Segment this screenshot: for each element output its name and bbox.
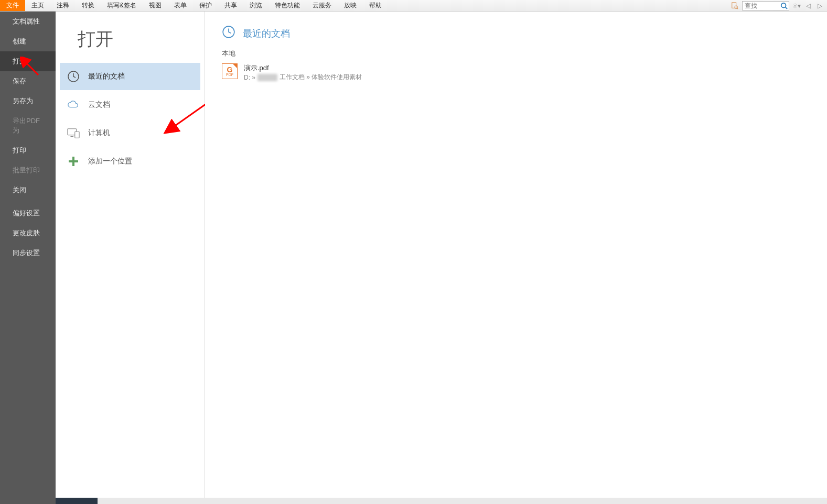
file-meta: 演示.pdf D: » ████ 工作文档 » 体验软件使用素材 — [244, 63, 362, 82]
location-recent[interactable]: 最近的文档 — [60, 63, 200, 90]
menu-home[interactable]: 主页 — [25, 0, 50, 11]
menu-convert[interactable]: 转换 — [76, 0, 101, 11]
svg-rect-9 — [75, 132, 79, 138]
menu-view[interactable]: 视图 — [143, 0, 168, 11]
sidebar-item-batchprint[interactable]: 批量打印 — [0, 160, 56, 180]
pdf-file-icon: G PDF — [222, 63, 238, 79]
computer-icon — [67, 127, 80, 139]
svg-rect-0 — [732, 2, 736, 8]
location-label: 添加一个位置 — [88, 157, 132, 166]
menu-slideshow[interactable]: 放映 — [338, 0, 363, 11]
clock-icon — [67, 70, 80, 83]
sidebar-item-close[interactable]: 关闭 — [0, 180, 56, 200]
recent-header: 最近的文档 — [222, 25, 827, 41]
menu-cloud[interactable]: 云服务 — [306, 0, 338, 11]
svg-line-2 — [737, 8, 738, 9]
section-local-label: 本地 — [222, 49, 827, 58]
gear-icon[interactable]: ▾ — [792, 2, 801, 10]
svg-point-5 — [794, 5, 796, 6]
sidebar-item-preferences[interactable]: 偏好设置 — [0, 203, 56, 223]
menu-help[interactable]: 帮助 — [363, 0, 388, 11]
sidebar-item-print[interactable]: 打印 — [0, 140, 56, 160]
open-locations-panel: 打开 最近的文档 云文档 计算机 — [56, 12, 205, 504]
sidebar-item-saveas[interactable]: 另存为 — [0, 91, 56, 111]
menu-form[interactable]: 表单 — [168, 0, 193, 11]
cloud-icon — [67, 98, 80, 111]
sidebar-item-properties[interactable]: 文档属性 — [0, 12, 56, 31]
clock-icon — [222, 25, 235, 41]
location-cloud[interactable]: 云文档 — [60, 91, 200, 118]
search-icon[interactable] — [779, 2, 789, 10]
sidebar-item-exportpdf[interactable]: 导出PDF为 — [0, 111, 56, 140]
menubar-right: ▾ ◁ ▷ — [731, 0, 827, 11]
sidebar-item-create[interactable]: 创建 — [0, 31, 56, 51]
sidebar-item-skin[interactable]: 更改皮肤 — [0, 223, 56, 243]
file-path: D: » ████ 工作文档 » 体验软件使用素材 — [244, 73, 362, 82]
svg-rect-12 — [69, 160, 78, 162]
plus-icon — [67, 155, 80, 168]
nav-next-icon[interactable]: ▷ — [815, 2, 824, 10]
search-doc-icon[interactable] — [731, 2, 739, 10]
body: 文档属性 创建 打开 保存 另存为 导出PDF为 打印 批量打印 关闭 偏好设置… — [0, 12, 827, 504]
menu-fillsign[interactable]: 填写&签名 — [101, 0, 143, 11]
status-strip — [56, 498, 827, 504]
menubar-spacer — [388, 0, 731, 11]
sidebar-item-open[interactable]: 打开 — [0, 51, 56, 71]
sidebar-item-save[interactable]: 保存 — [0, 71, 56, 91]
menubar: 文件 主页 注释 转换 填写&签名 视图 表单 保护 共享 浏览 特色功能 云服… — [0, 0, 827, 12]
menu-browse[interactable]: 浏览 — [243, 0, 268, 11]
file-sidebar: 文档属性 创建 打开 保存 另存为 导出PDF为 打印 批量打印 关闭 偏好设置… — [0, 12, 56, 504]
nav-prev-icon[interactable]: ◁ — [804, 2, 812, 10]
location-add[interactable]: 添加一个位置 — [60, 148, 200, 175]
recent-files-panel: 最近的文档 本地 G PDF 演示.pdf D: » ████ 工作文档 » 体… — [205, 12, 827, 504]
search-box[interactable] — [742, 1, 789, 10]
locations-list: 最近的文档 云文档 计算机 添加一个位置 — [56, 63, 205, 175]
file-name: 演示.pdf — [244, 63, 362, 73]
svg-point-3 — [781, 3, 786, 7]
menu-protect[interactable]: 保护 — [193, 0, 218, 11]
menu-share[interactable]: 共享 — [218, 0, 243, 11]
recent-title: 最近的文档 — [243, 27, 290, 40]
menu-feature[interactable]: 特色功能 — [268, 0, 306, 11]
menu-annotate[interactable]: 注释 — [50, 0, 76, 11]
page-title: 打开 — [56, 27, 205, 62]
location-label: 云文档 — [88, 100, 110, 109]
search-input[interactable] — [743, 2, 779, 10]
location-computer[interactable]: 计算机 — [60, 119, 200, 147]
location-label: 最近的文档 — [88, 72, 125, 81]
sidebar-item-sync[interactable]: 同步设置 — [0, 243, 56, 263]
menu-file[interactable]: 文件 — [0, 0, 25, 11]
location-label: 计算机 — [88, 128, 110, 138]
svg-point-6 — [793, 4, 797, 8]
svg-line-4 — [786, 7, 788, 9]
recent-file-row[interactable]: G PDF 演示.pdf D: » ████ 工作文档 » 体验软件使用素材 — [222, 61, 827, 84]
